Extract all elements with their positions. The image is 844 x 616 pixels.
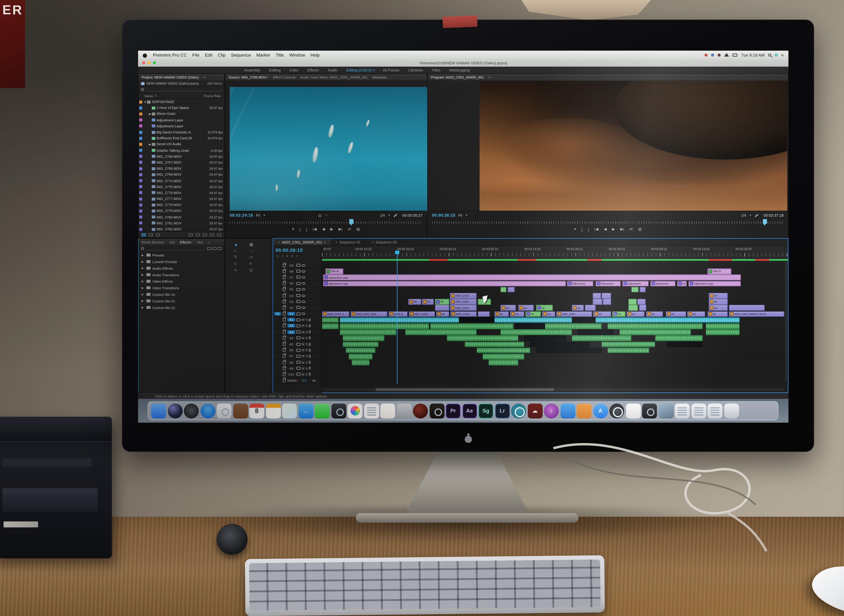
effects-group-tab[interactable]: Effects≡ <box>180 240 192 243</box>
track-name[interactable]: V5 <box>287 288 295 291</box>
disclosure-icon[interactable]: ▶ <box>142 273 145 276</box>
timeline-clip[interactable] <box>637 299 646 305</box>
item-name[interactable]: Derek VO Audio <box>157 142 221 146</box>
track-name[interactable]: A10 <box>287 373 295 376</box>
program-resolution-select[interactable]: 1/4 <box>741 213 746 217</box>
label-color-chip[interactable] <box>139 204 142 207</box>
bin-name[interactable]: Custom Bin 01 <box>152 306 175 309</box>
label-color-chip[interactable] <box>139 197 142 201</box>
track-output-toggle[interactable] <box>296 337 300 340</box>
lock-icon[interactable] <box>283 318 286 321</box>
workspace-tab[interactable]: Color <box>290 68 300 72</box>
item-name[interactable]: IMG_2768.MOV <box>157 167 208 170</box>
transport-button[interactable]: ◀ <box>322 227 325 232</box>
timeline-clip[interactable]: A0 <box>709 299 728 305</box>
mute-button[interactable]: M <box>302 373 304 376</box>
transport-button[interactable]: ▾ <box>574 227 576 232</box>
transport-button[interactable]: |◀ <box>313 227 316 232</box>
timeline-vertical-scrollbar[interactable] <box>785 263 787 381</box>
project-row[interactable]: Adjustment Layer <box>139 123 224 129</box>
track-header[interactable]: A4 M S <box>273 335 322 342</box>
bin-name[interactable]: Audio Transitions <box>152 273 179 276</box>
settings-wrench-icon[interactable] <box>755 213 759 217</box>
project-row[interactable]: IMG_2767.MOV 29.97 fps <box>139 159 224 166</box>
documents-icon[interactable] <box>626 403 640 418</box>
stack-notes-icon[interactable] <box>708 403 722 418</box>
itunes-icon[interactable]: ♪ <box>544 403 559 418</box>
timeline-clip[interactable] <box>501 329 572 335</box>
mic-icon[interactable] <box>309 361 311 364</box>
disclosure-icon[interactable]: ▶ <box>142 280 145 283</box>
project-row[interactable]: IMG_2777.MOV 29.97 fps <box>139 196 224 202</box>
program-video-turtle[interactable] <box>479 81 787 212</box>
stack-downloads-icon[interactable] <box>675 403 690 418</box>
mute-button[interactable]: M <box>302 324 304 328</box>
timeline-clip[interactable] <box>602 342 655 347</box>
timeline-ruler[interactable]: 00:0000:00:14:2300:00:29:2300:00:44:2200… <box>322 246 788 259</box>
disclosure-icon[interactable]: ▶ <box>148 143 152 146</box>
lock-icon[interactable] <box>283 373 286 376</box>
tool-button[interactable]: ◇ <box>234 261 242 266</box>
track-name[interactable]: A3 <box>287 330 295 334</box>
solo-button[interactable]: S <box>306 355 308 358</box>
timeline-clip[interactable] <box>602 293 611 299</box>
facetime-icon[interactable] <box>315 403 330 418</box>
mute-button[interactable]: M <box>302 336 304 340</box>
program-timecode[interactable]: 00:00:26:15 <box>432 213 455 217</box>
track-header[interactable]: A10 M S <box>273 372 322 378</box>
disclosure-icon[interactable]: ▶ <box>142 254 145 257</box>
panel-menu-icon[interactable]: ≡ <box>204 75 205 79</box>
timeline-clip[interactable] <box>629 305 638 311</box>
photo-frame-icon[interactable] <box>429 403 444 418</box>
timeline-tracks-area[interactable]: Title 01Title 01Adjustment LayerAdjustme… <box>322 263 788 384</box>
timeline-clip[interactable] <box>322 317 338 323</box>
icon-view-button[interactable] <box>149 233 153 236</box>
workspace-tab[interactable]: Effects <box>308 68 320 72</box>
clear-button[interactable] <box>217 233 221 236</box>
track-header[interactable]: V7 M S <box>273 274 322 281</box>
workspace-tab[interactable]: Editing (CS5.5)≡ <box>346 68 375 72</box>
lock-icon[interactable] <box>283 367 286 370</box>
lightroom-icon[interactable]: Lr <box>495 403 510 418</box>
effects-group-tab[interactable]: Info <box>170 240 175 243</box>
track-output-toggle[interactable] <box>296 288 300 291</box>
label-color-chip[interactable] <box>139 131 142 134</box>
project-row[interactable]: IMG_2774.MOV 29.97 fps <box>139 177 224 184</box>
project-row[interactable]: Adjustment Layer <box>139 117 224 123</box>
workspace-tab[interactable]: Titles <box>432 68 442 72</box>
item-name[interactable]: IMG_2780.MOV <box>157 215 208 219</box>
timeline-clip[interactable] <box>478 311 490 317</box>
mute-button[interactable]: M <box>302 342 304 346</box>
timeline-clip[interactable] <box>593 293 601 299</box>
item-name[interactable]: Adjustment Layer <box>157 124 221 128</box>
track-header[interactable]: A1 M S <box>273 317 322 323</box>
bin-name[interactable]: Lumetri Presets <box>152 260 177 263</box>
timeline-clip[interactable]: Adjustment <box>567 281 593 286</box>
track-name[interactable]: V2 <box>287 306 295 309</box>
timeline-clip[interactable] <box>340 323 429 329</box>
timeline-clip[interactable]: A0 <box>422 299 434 305</box>
sequence-tab[interactable]: ×Sequence 02 <box>331 239 367 245</box>
track-output-toggle[interactable] <box>296 294 300 297</box>
disclosure-icon[interactable]: ▶ <box>142 293 145 296</box>
solo-button[interactable]: S <box>306 367 308 370</box>
timeline-clip[interactable] <box>459 317 495 323</box>
disclosure-icon[interactable]: ▶ <box>142 306 145 309</box>
label-color-chip[interactable] <box>139 191 142 194</box>
sort-icon[interactable]: ∧ <box>155 94 157 97</box>
project-row[interactable]: IMG_2780.MOV 29.97 fps <box>139 214 224 220</box>
creative-cloud-icon[interactable]: ☁ <box>528 403 542 418</box>
track-header[interactable]: V3 M S <box>273 299 322 305</box>
timeline-clip[interactable] <box>483 353 524 359</box>
menu-item[interactable]: Sequence <box>231 52 251 57</box>
disclosure-icon[interactable]: ▶ <box>142 260 145 263</box>
timeline-clip[interactable]: A0 <box>494 311 509 317</box>
launchpad-icon[interactable] <box>184 403 199 418</box>
timeline-clip[interactable]: Title 01 <box>708 268 731 274</box>
zoom-slider[interactable] <box>156 233 160 236</box>
timeline-clip[interactable]: A0 <box>709 293 728 299</box>
track-output-toggle[interactable] <box>296 361 300 364</box>
track-name[interactable]: V1 <box>287 312 295 315</box>
timeline-clip[interactable]: Adjustment Layer <box>323 274 741 280</box>
track-name[interactable]: A7 <box>287 355 295 358</box>
